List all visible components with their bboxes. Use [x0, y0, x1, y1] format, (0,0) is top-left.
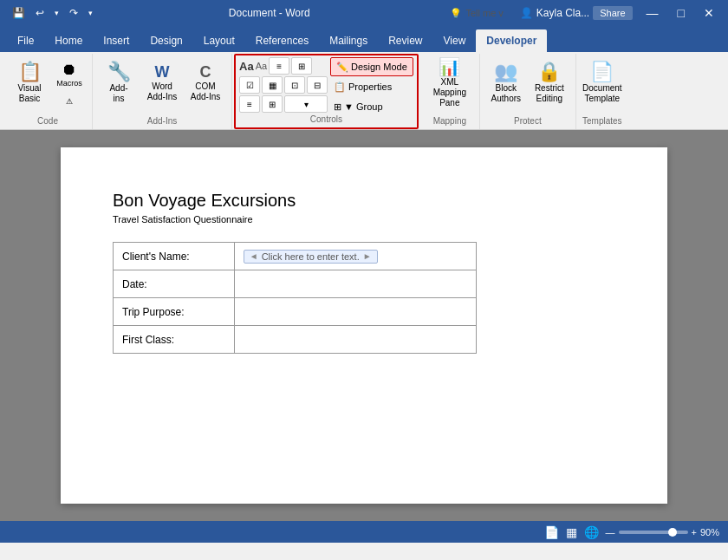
- text-field-control[interactable]: ◄ Click here to enter text. ►: [244, 250, 378, 264]
- tab-home[interactable]: Home: [44, 29, 93, 52]
- ribbon: 📋 VisualBasic ⏺ Macros ⚠ Code 🔧 Add-ins: [0, 52, 728, 130]
- design-mode-label: Design Mode: [351, 62, 407, 72]
- macro-security-button[interactable]: ⚠: [52, 94, 87, 109]
- client-name-field[interactable]: ◄ Click here to enter text. ►: [234, 243, 476, 270]
- control-table-btn[interactable]: ▦: [262, 76, 283, 94]
- tab-design[interactable]: Design: [140, 29, 192, 52]
- first-class-field[interactable]: [234, 326, 476, 354]
- code-group-label: Code: [9, 116, 87, 127]
- control-dropdown-btn[interactable]: ▾: [284, 95, 328, 113]
- control-btn-6[interactable]: ⊞: [262, 95, 283, 113]
- table-row: Client's Name: ◄ Click here to enter tex…: [114, 243, 477, 270]
- document-subtitle: Travel Satisfaction Questionnaire: [113, 214, 615, 225]
- restrict-editing-icon: 🔒: [537, 62, 561, 81]
- design-mode-button[interactable]: ✏️ Design Mode: [330, 57, 413, 76]
- trip-purpose-field[interactable]: [234, 298, 476, 326]
- controls-row2: ☑ ▦ ⊡ ⊟: [239, 76, 328, 94]
- zoom-plus-button[interactable]: +: [692, 527, 697, 537]
- save-icon[interactable]: 💾: [9, 5, 29, 21]
- protect-group-content: 👥 BlockAuthors 🔒 RestrictEditing: [485, 55, 570, 116]
- mapping-group-content: 📊 XML MappingPane: [426, 55, 474, 116]
- group-button[interactable]: ⊞ ▼ Group: [330, 97, 413, 116]
- title-bar-left: 💾 ↩ ▾ ↷ ▾: [9, 5, 96, 21]
- tab-view[interactable]: View: [433, 29, 477, 52]
- document-template-button[interactable]: 📄 DocumentTemplate: [582, 57, 623, 109]
- macros-button[interactable]: ⏺ Macros: [52, 57, 87, 92]
- properties-label: Properties: [348, 81, 392, 92]
- control-btn-3[interactable]: ⊡: [284, 76, 305, 94]
- control-btn-2[interactable]: ⊞: [291, 57, 312, 75]
- control-checkbox-btn[interactable]: ☑: [239, 76, 260, 94]
- zoom-level[interactable]: 90%: [700, 527, 719, 537]
- controls-group-label: Controls: [239, 114, 413, 126]
- control-btn-1[interactable]: ≡: [269, 57, 289, 75]
- view-grid-icon[interactable]: ▦: [566, 525, 577, 539]
- templates-group: 📄 DocumentTemplate Templates: [576, 54, 628, 129]
- zoom-slider[interactable]: [619, 531, 688, 534]
- document-template-icon: 📄: [590, 62, 614, 81]
- tab-file[interactable]: File: [7, 29, 44, 52]
- macros-group: ⏺ Macros ⚠: [52, 57, 87, 109]
- com-addins-button[interactable]: C COMAdd-Ins: [185, 57, 226, 109]
- client-name-label: Client's Name:: [114, 243, 235, 270]
- window-title: Document - Word: [96, 7, 442, 19]
- controls-icon-area: Aa Aa ≡ ⊞ ☑ ▦ ⊡ ⊟ ≡ ⊞ ▾: [239, 57, 328, 113]
- zoom-control: — + 90%: [606, 527, 719, 537]
- visual-basic-icon: 📋: [18, 62, 42, 81]
- aa-large: Aa: [239, 60, 254, 73]
- table-row: Trip Purpose:: [114, 298, 477, 326]
- addins-group-label: Add-Ins: [98, 116, 226, 127]
- view-web-icon[interactable]: 🌐: [584, 525, 599, 539]
- tell-me-label: Tell me v: [465, 8, 503, 18]
- restrict-editing-button[interactable]: 🔒 RestrictEditing: [529, 57, 570, 109]
- addins-icon: 🔧: [107, 62, 131, 81]
- properties-icon: 📋: [334, 81, 346, 93]
- undo-dropdown-icon[interactable]: ▾: [51, 7, 62, 19]
- tab-review[interactable]: Review: [378, 29, 432, 52]
- tell-me-input[interactable]: 💡 Tell me v: [442, 5, 510, 22]
- redo-icon[interactable]: ↷: [66, 5, 81, 21]
- aa-small: Aa: [256, 61, 267, 71]
- group-label: ▼ Group: [344, 101, 383, 112]
- zoom-minus-button[interactable]: —: [606, 527, 615, 537]
- lightbulb-icon: 💡: [450, 8, 462, 19]
- tab-layout[interactable]: Layout: [193, 29, 245, 52]
- share-button[interactable]: Share: [593, 6, 632, 20]
- minimize-button[interactable]: —: [641, 4, 664, 22]
- block-authors-button[interactable]: 👥 BlockAuthors: [485, 57, 527, 109]
- status-bar: 📄 ▦ 🌐 — + 90%: [0, 521, 728, 543]
- protect-group: 👥 BlockAuthors 🔒 RestrictEditing Protect: [480, 54, 576, 129]
- tab-insert[interactable]: Insert: [93, 29, 140, 52]
- addins-button[interactable]: 🔧 Add-ins: [98, 57, 140, 109]
- controls-row3: ≡ ⊞ ▾: [239, 95, 328, 113]
- customize-icon[interactable]: ▾: [85, 7, 96, 19]
- xml-mapping-pane-button[interactable]: 📊 XML MappingPane: [426, 57, 474, 109]
- undo-icon[interactable]: ↩: [32, 5, 48, 21]
- date-field[interactable]: [234, 270, 476, 298]
- com-addins-icon: C: [200, 64, 211, 80]
- templates-group-label: Templates: [582, 116, 623, 127]
- tab-developer[interactable]: Developer: [476, 29, 547, 52]
- warning-icon: ⚠: [66, 97, 73, 106]
- word-addins-button[interactable]: W WordAdd-Ins: [141, 57, 183, 109]
- protect-group-label: Protect: [485, 116, 570, 127]
- field-arrow-right: ►: [363, 251, 372, 261]
- close-button[interactable]: ✕: [699, 4, 719, 22]
- templates-group-content: 📄 DocumentTemplate: [582, 55, 623, 116]
- document-title: Bon Voyage Excursions: [113, 191, 615, 211]
- control-btn-4[interactable]: ⊟: [307, 76, 328, 94]
- tab-references[interactable]: References: [245, 29, 319, 52]
- properties-button[interactable]: 📋 Properties: [330, 77, 413, 96]
- code-group-content: 📋 VisualBasic ⏺ Macros ⚠: [9, 55, 87, 116]
- user-icon: 👤: [520, 7, 533, 19]
- user-name[interactable]: Kayla Cla...: [536, 7, 589, 19]
- tab-mailings[interactable]: Mailings: [319, 29, 378, 52]
- date-label: Date:: [114, 270, 235, 298]
- document-area: Bon Voyage Excursions Travel Satisfactio…: [0, 130, 728, 521]
- status-right: 📄 ▦ 🌐 — + 90%: [544, 525, 719, 539]
- visual-basic-button[interactable]: 📋 VisualBasic: [9, 57, 50, 109]
- view-page-icon[interactable]: 📄: [544, 525, 559, 539]
- group-icon: ⊞: [334, 101, 341, 113]
- control-btn-5[interactable]: ≡: [239, 95, 260, 113]
- maximize-button[interactable]: □: [673, 4, 690, 22]
